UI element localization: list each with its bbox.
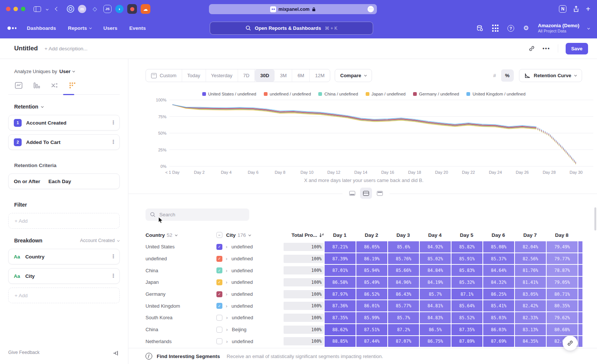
time-range-7d[interactable]: 7D xyxy=(238,69,255,82)
expand-chevron-icon[interactable]: › xyxy=(226,315,228,320)
kebab-menu-icon[interactable]: ••• xyxy=(112,140,114,144)
tab-insights[interactable] xyxy=(15,82,22,89)
global-search[interactable]: Open Reports & Dashboards ⌘ + K xyxy=(210,22,373,35)
back-icon[interactable] xyxy=(56,7,59,10)
tab-funnels[interactable] xyxy=(33,82,40,89)
nav-events[interactable]: Events xyxy=(129,25,146,31)
vertical-scrollbar[interactable] xyxy=(594,207,596,230)
day-column-header[interactable]: Day 8 xyxy=(546,232,578,238)
nav-users[interactable]: Users xyxy=(103,25,118,31)
share-link-fab[interactable] xyxy=(563,336,578,351)
record-extension-icon[interactable] xyxy=(127,4,137,14)
view-table-only-toggle[interactable] xyxy=(374,188,386,199)
compare-dropdown[interactable]: Compare xyxy=(335,69,372,82)
country-column-header[interactable]: Country52 xyxy=(146,232,216,238)
time-range-12m[interactable]: 12M xyxy=(310,69,329,82)
total-column-header[interactable]: Total Pro... xyxy=(284,232,324,238)
breakdown-city[interactable]: Aa City ••• xyxy=(8,268,120,284)
time-range-yesterday[interactable]: Yesterday xyxy=(206,69,238,82)
kebab-menu-icon[interactable]: ••• xyxy=(112,274,114,278)
legend-item[interactable]: Japan / undefined xyxy=(366,92,406,96)
time-range-today[interactable]: Today xyxy=(182,69,206,82)
tab-retention[interactable] xyxy=(69,82,76,89)
percent-toggle[interactable]: % xyxy=(501,69,514,82)
absolute-toggle[interactable]: # xyxy=(488,69,501,82)
day-column-header[interactable]: Day 2 xyxy=(356,232,387,238)
analyze-entity-dropdown[interactable]: User xyxy=(59,69,75,74)
add-breakdown-button[interactable]: + Add xyxy=(8,288,120,303)
bird-extension-icon[interactable]: ◗ xyxy=(115,5,124,13)
tab-flows[interactable] xyxy=(51,82,58,89)
legend-item[interactable]: Germany / undefined xyxy=(413,92,459,96)
breakdown-country[interactable]: Aa Country ••• xyxy=(8,249,120,264)
save-button[interactable]: Save xyxy=(566,43,588,54)
legend-item[interactable]: United States / undefined xyxy=(202,92,256,96)
data-management-icon[interactable] xyxy=(476,25,484,32)
day-column-header[interactable]: Day 3 xyxy=(387,232,419,238)
settings-gear-icon[interactable]: ⚙ xyxy=(522,25,530,32)
sidebar-toggle-icon[interactable] xyxy=(34,6,41,12)
view-chart-only-toggle[interactable] xyxy=(346,188,358,199)
share-icon[interactable] xyxy=(573,6,579,12)
breakdown-event-dropdown[interactable]: Account Created xyxy=(80,238,120,243)
url-more-button[interactable]: ⋯ xyxy=(368,6,374,12)
time-range-3m[interactable]: 3M xyxy=(275,69,292,82)
collapse-sidebar-icon[interactable] xyxy=(113,351,118,356)
kebab-menu-icon[interactable]: ••• xyxy=(112,120,114,125)
add-filter-button[interactable]: + Add xyxy=(8,213,120,229)
time-range-6m[interactable]: 6M xyxy=(292,69,310,82)
select-all-checkbox[interactable]: − xyxy=(216,232,222,238)
retention-step-1[interactable]: 1 Account Created ••• xyxy=(8,115,120,131)
more-button[interactable]: ••• xyxy=(543,46,550,51)
criteria-condition-dropdown[interactable]: On or After xyxy=(14,179,40,184)
new-tab-icon[interactable]: + xyxy=(586,5,590,13)
view-split-toggle[interactable] xyxy=(360,188,372,199)
copy-link-button[interactable] xyxy=(528,45,535,52)
day-column-header[interactable]: Day 6 xyxy=(482,232,514,238)
expand-chevron-icon[interactable]: › xyxy=(226,303,227,309)
close-window-button[interactable] xyxy=(6,7,10,11)
cube-extension-icon[interactable]: ◇ xyxy=(90,4,100,14)
kebab-menu-icon[interactable]: ••• xyxy=(112,254,114,259)
series-checkbox-unchecked[interactable] xyxy=(216,338,222,344)
url-bar[interactable]: mixpanel.com ⋯ xyxy=(209,4,377,14)
add-description[interactable]: + Add description... xyxy=(44,46,87,51)
expand-chevron-icon[interactable]: › xyxy=(226,256,227,261)
legend-item[interactable]: China / undefined xyxy=(318,92,358,96)
nav-reports[interactable]: Reports xyxy=(68,25,91,31)
series-checkbox-unchecked[interactable] xyxy=(216,315,222,321)
series-checkbox-checked[interactable]: ✓ xyxy=(216,303,222,309)
page-title[interactable]: Untitled xyxy=(14,45,38,52)
expand-chevron-icon[interactable]: › xyxy=(226,291,227,297)
nav-dashboards[interactable]: Dashboards xyxy=(27,25,56,31)
ring-extension-icon[interactable] xyxy=(67,5,74,13)
project-switcher[interactable]: Amazonia {Demo} All Project Data xyxy=(538,23,579,34)
time-range-custom[interactable]: Custom xyxy=(146,69,182,82)
series-checkbox-unchecked[interactable] xyxy=(216,327,222,333)
give-feedback-link[interactable]: Give Feedback xyxy=(8,350,40,355)
cloud-extension-icon[interactable]: ☁ xyxy=(141,4,150,14)
expand-chevron-icon[interactable]: › xyxy=(226,339,228,344)
zoom-window-button[interactable] xyxy=(21,7,25,11)
city-column-header[interactable]: − City176 xyxy=(216,232,284,238)
expand-chevron-icon[interactable]: › xyxy=(226,244,227,250)
series-checkbox-checked[interactable]: ✓ xyxy=(216,256,222,262)
day-column-header[interactable]: Day 7 xyxy=(514,232,546,238)
retention-section-header[interactable]: Retention xyxy=(8,95,120,115)
legend-item[interactable]: United Kingdom / undefined xyxy=(466,92,525,96)
day-column-header[interactable]: Day 1 xyxy=(324,232,356,238)
apps-grid-icon[interactable] xyxy=(492,25,499,32)
series-checkbox-checked[interactable]: ✓ xyxy=(216,244,222,250)
avatar-extension-icon[interactable]: m xyxy=(78,5,86,13)
js-extension-icon[interactable]: JS xyxy=(103,5,112,13)
legend-item[interactable]: undefined / undefined xyxy=(264,92,311,96)
day-column-header[interactable]: Day 5 xyxy=(451,232,482,238)
notion-extension-icon[interactable]: N xyxy=(559,5,566,13)
expand-chevron-icon[interactable]: › xyxy=(226,268,227,273)
chart-type-dropdown[interactable]: Retention Curve xyxy=(519,69,582,82)
series-checkbox-checked[interactable]: ✓ xyxy=(216,279,222,285)
day-column-header[interactable]: Day 4 xyxy=(419,232,451,238)
tab-overview-chevron-icon[interactable] xyxy=(46,8,48,10)
minimize-window-button[interactable] xyxy=(13,7,18,11)
time-range-30d[interactable]: 30D xyxy=(255,69,275,82)
